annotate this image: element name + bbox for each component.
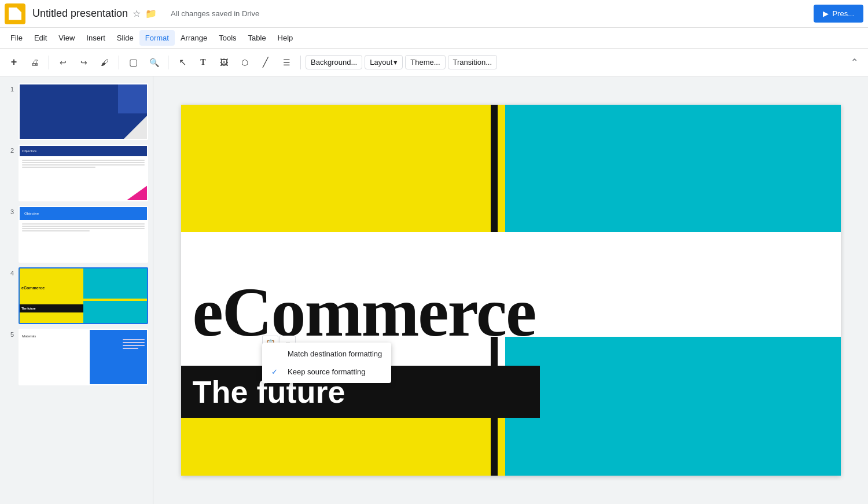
thumb4-cyan-bottom (83, 301, 147, 323)
app-logo (5, 3, 25, 24)
toolbar: + 🖨 ↩ ↪ 🖌 ▢ 🔍 ↖ T 🖼 ⬡ ╱ ☰ Background... … (0, 49, 868, 76)
canvas-area: eCommerce The future 📋 ▾ Match destinati… (153, 76, 868, 504)
collapse-toolbar-button[interactable]: ⌃ (845, 53, 863, 72)
layout-button[interactable]: Layout ▾ (365, 55, 403, 69)
layout-chevron-icon: ▾ (393, 58, 398, 67)
paste-match-dest[interactable]: Match destination formatting (262, 345, 391, 363)
star-icon[interactable]: ☆ (133, 8, 141, 19)
slide-preview-1 (20, 84, 147, 139)
shape-button[interactable]: ⬡ (236, 53, 254, 72)
slide-item-3[interactable]: 3 Objective (0, 204, 153, 265)
print-button[interactable]: 🖨 (25, 53, 44, 72)
menu-arrange[interactable]: Arrange (175, 30, 213, 46)
menu-bar: File Edit View Insert Slide Format Arran… (0, 28, 868, 49)
thumb3-line-3 (22, 228, 145, 229)
keep-source-label: Keep source formatting (288, 367, 365, 376)
menu-insert[interactable]: Insert (80, 30, 111, 46)
match-dest-check (271, 350, 281, 358)
thumb2-line-2 (22, 162, 145, 163)
thumb2-lines (22, 160, 145, 169)
slide-canvas[interactable]: eCommerce The future (181, 105, 841, 476)
thumb2-title: Objective (22, 149, 36, 153)
menu-file[interactable]: File (5, 30, 28, 46)
slides-panel: 1 2 Objective (0, 76, 153, 504)
slide-preview-5: Materials (20, 330, 147, 384)
transition-label: Transition... (453, 58, 492, 67)
folder-icon[interactable]: 📁 (145, 8, 157, 19)
thumb5-line-3 (123, 345, 145, 346)
theme-button[interactable]: Theme... (405, 55, 445, 69)
text-button[interactable]: T (194, 53, 212, 72)
present-label: Pres... (832, 9, 854, 18)
thumb5-line-2 (123, 342, 145, 343)
toolbar-divider-3 (168, 56, 168, 69)
cursor-button[interactable]: ↖ (173, 53, 192, 72)
paint-format-button[interactable]: 🖌 (95, 53, 114, 72)
saved-status: All changes saved in Drive (171, 9, 259, 18)
thumb5-line-4 (123, 348, 138, 349)
slide-item-5[interactable]: 5 Materials (0, 326, 153, 388)
background-button[interactable]: Background... (306, 55, 362, 69)
thumb3-line-4 (22, 230, 90, 231)
presentation-title[interactable]: Untitled presentation (32, 8, 128, 20)
redo-button[interactable]: ↪ (75, 53, 93, 72)
toolbar-divider-1 (49, 56, 49, 69)
keep-source-check: ✓ (271, 367, 281, 376)
thumb5-lines (123, 339, 145, 351)
slide-thumb-1[interactable] (19, 83, 148, 140)
slide-number-2: 2 (5, 145, 14, 154)
slide-number-4: 4 (5, 267, 14, 277)
toolbar-divider-4 (300, 56, 301, 69)
present-button[interactable]: ▶ Pres... (814, 5, 863, 23)
slide-ecommerce-title[interactable]: eCommerce (193, 273, 536, 352)
thumb5-blue-panel (90, 330, 147, 384)
slide-thumb-3[interactable]: Objective (19, 206, 148, 263)
menu-help[interactable]: Help (272, 30, 299, 46)
thumb2-header: Objective (20, 146, 147, 156)
thumb3-line-2 (22, 226, 145, 227)
thumb3-title: Objective (22, 211, 41, 216)
thumb4-black-bar: The future (20, 304, 90, 312)
thumb3-header: Objective (20, 207, 147, 220)
slide-thumb-2[interactable]: Objective (19, 145, 148, 201)
menu-format[interactable]: Format (139, 30, 175, 46)
add-button[interactable]: + (5, 53, 23, 72)
slide-number-5: 5 (5, 329, 14, 338)
title-icons: ☆ 📁 (133, 8, 157, 19)
title-bar: Untitled presentation ☆ 📁 All changes sa… (0, 0, 868, 28)
menu-tools[interactable]: Tools (213, 30, 242, 46)
thumb5-line-1 (123, 339, 145, 340)
menu-view[interactable]: View (53, 30, 80, 46)
paste-dropdown: Match destination formatting ✓ Keep sour… (262, 343, 391, 383)
transition-button[interactable]: Transition... (448, 55, 497, 69)
slide-preview-3: Objective (20, 207, 147, 262)
undo-button[interactable]: ↩ (54, 53, 72, 72)
slide-thumb-4[interactable]: eCommerce The future (19, 267, 148, 324)
menu-edit[interactable]: Edit (28, 30, 53, 46)
image-button[interactable]: 🖼 (215, 53, 233, 72)
thumb2-line-3 (22, 164, 145, 165)
thumb3-lines (22, 223, 145, 233)
slide-item-1[interactable]: 1 (0, 81, 153, 142)
layout-label: Layout (370, 58, 392, 67)
select-button[interactable]: ▢ (124, 53, 142, 72)
slide-thumb-5[interactable]: Materials (19, 329, 148, 385)
thumb2-accent (127, 186, 147, 200)
thumb2-line-1 (22, 160, 145, 161)
line-button[interactable]: ╱ (256, 53, 275, 72)
slide-item-4[interactable]: 4 eCommerce The future (0, 265, 153, 326)
menu-table[interactable]: Table (242, 30, 272, 46)
zoom-button[interactable]: 🔍 (145, 53, 163, 72)
thumb2-line-4 (22, 167, 95, 168)
slide-cyan-bottom (505, 337, 841, 476)
thumb1-accent-2 (124, 116, 147, 139)
menu-slide[interactable]: Slide (111, 30, 139, 46)
thumb4-future-text: The future (21, 307, 35, 310)
slide-preview-2: Objective (20, 146, 147, 200)
slide-item-2[interactable]: 2 Objective (0, 142, 153, 204)
thumb4-cyan-top (83, 268, 147, 299)
thumb3-line-1 (22, 223, 145, 225)
paste-keep-source[interactable]: ✓ Keep source formatting (262, 363, 391, 381)
align-button[interactable]: ☰ (277, 53, 296, 72)
thumb4-ecom-text: eCommerce (21, 286, 45, 290)
